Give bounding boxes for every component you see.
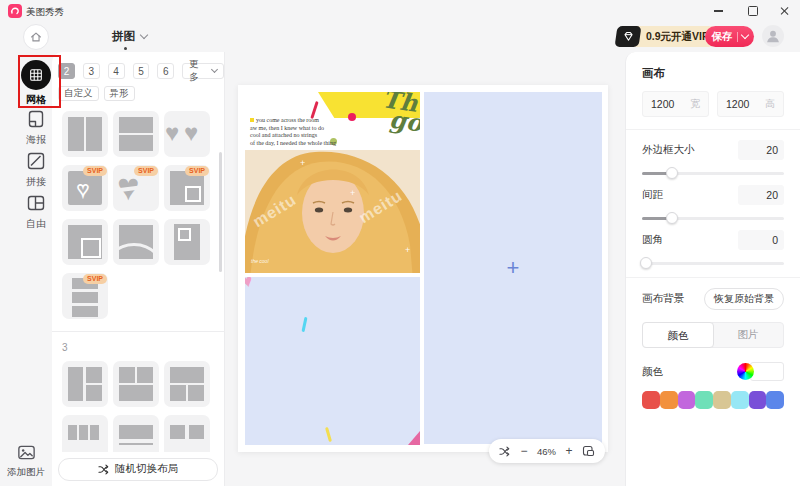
maximize-button[interactable] bbox=[740, 0, 766, 22]
thumb-shape bbox=[81, 238, 101, 258]
template-panel: 2 3 4 5 6 更多 自定义 异形 SVIPSVIPSVIPSVIP 3 随… bbox=[52, 52, 225, 486]
template-thumb-hearts2[interactable] bbox=[164, 111, 210, 157]
template-thumb-notch[interactable] bbox=[62, 219, 108, 265]
current-color-swatch[interactable] bbox=[750, 362, 784, 381]
template-subtabs: 自定义 异形 bbox=[58, 86, 135, 101]
slider-knob[interactable] bbox=[666, 167, 678, 179]
thumb-shape bbox=[165, 121, 179, 145]
canvas-width-input[interactable]: 1200宽 bbox=[642, 91, 709, 117]
color-swatch[interactable] bbox=[731, 391, 749, 409]
tab-count-6[interactable]: 6 bbox=[157, 63, 174, 79]
tab-count-2[interactable]: 2 bbox=[58, 63, 75, 79]
color-picker[interactable] bbox=[737, 362, 784, 381]
template-thumb-insettl[interactable] bbox=[164, 219, 210, 265]
add-photo-button[interactable]: 添加图片 bbox=[0, 442, 52, 479]
thumb-shape bbox=[188, 385, 204, 401]
template-thumb-top2b1[interactable] bbox=[113, 361, 159, 407]
thumb-shape bbox=[170, 367, 204, 383]
outer-border-label: 外边框大小 bbox=[642, 143, 695, 157]
sparkle-icon bbox=[350, 188, 355, 198]
mode-title-dropdown[interactable]: 拼图 bbox=[112, 29, 147, 44]
vip-upgrade-button[interactable]: 0.9元开通VIP bbox=[616, 26, 719, 47]
template-grid-3 bbox=[62, 361, 225, 452]
template-thumb-top1b2[interactable] bbox=[164, 361, 210, 407]
tab-color[interactable]: 颜色 bbox=[642, 322, 714, 348]
thumb-shape bbox=[119, 117, 153, 133]
empty-cell-right[interactable]: + bbox=[424, 92, 602, 444]
decor-script-text: Th go bbox=[379, 92, 420, 133]
tab-count-4[interactable]: 4 bbox=[108, 63, 125, 79]
thumb-shape bbox=[189, 425, 204, 439]
radius-value[interactable]: 0 bbox=[738, 230, 784, 250]
template-thumb-heartcut[interactable]: SVIP bbox=[62, 165, 108, 211]
template-thumb-heartwave[interactable]: SVIP bbox=[113, 165, 159, 211]
close-icon bbox=[780, 6, 790, 16]
thumb-shape bbox=[90, 425, 99, 440]
random-layout-button[interactable]: 随机切换布局 bbox=[58, 458, 218, 481]
fit-canvas-button[interactable] bbox=[582, 445, 595, 458]
user-avatar[interactable] bbox=[762, 25, 784, 47]
template-thumb-sqinset[interactable]: SVIP bbox=[164, 165, 210, 211]
slider-knob[interactable] bbox=[640, 257, 652, 269]
thumb-shape bbox=[137, 367, 153, 383]
more-label: 更多 bbox=[189, 58, 208, 84]
minimize-button[interactable] bbox=[705, 0, 731, 22]
collage-photo-cell[interactable]: Th go you come across the room aw me, th… bbox=[245, 92, 420, 273]
radius-slider[interactable] bbox=[642, 262, 784, 265]
template-thumb-wideline[interactable] bbox=[113, 415, 159, 452]
gap-slider[interactable] bbox=[642, 217, 784, 220]
canvas-bg-label: 画布背景 bbox=[642, 292, 684, 306]
tab-count-3[interactable]: 3 bbox=[83, 63, 100, 79]
canvas-settings-panel: 画布 1200宽 1200高 外边框大小 20 间距 20 圆角 bbox=[625, 52, 800, 486]
save-button[interactable]: 保存 bbox=[705, 26, 754, 47]
tab-count-5[interactable]: 5 bbox=[133, 63, 150, 79]
empty-cell-bottom[interactable] bbox=[245, 277, 420, 445]
color-swatch[interactable] bbox=[713, 391, 731, 409]
thumb-shape bbox=[68, 117, 84, 151]
thumb-shape bbox=[119, 367, 135, 383]
template-thumb-rows2[interactable] bbox=[113, 111, 159, 157]
photo-portrait[interactable]: meitu meitu the cool bbox=[245, 150, 420, 273]
random-layout-label: 随机切换布局 bbox=[115, 462, 178, 476]
template-thumb-cols2[interactable] bbox=[62, 111, 108, 157]
svip-badge: SVIP bbox=[83, 274, 107, 284]
add-photo-plus-icon: + bbox=[507, 257, 520, 279]
template-thumb-curve[interactable] bbox=[113, 219, 159, 265]
template-thumb-cols2sm[interactable] bbox=[164, 415, 210, 452]
more-dropdown[interactable]: 更多 bbox=[182, 63, 224, 79]
thumb-shape bbox=[170, 385, 186, 401]
color-swatch[interactable] bbox=[749, 391, 767, 409]
color-wheel-icon[interactable] bbox=[737, 363, 754, 380]
svip-badge: SVIP bbox=[134, 166, 158, 176]
template-thumb-cols3[interactable] bbox=[62, 415, 108, 452]
photo-caption: the cool bbox=[251, 258, 269, 264]
tab-image[interactable]: 图片 bbox=[713, 323, 783, 347]
slider-knob[interactable] bbox=[666, 212, 678, 224]
color-swatch[interactable] bbox=[660, 391, 678, 409]
thumb-shape bbox=[119, 385, 153, 401]
template-thumb-stacked3[interactable]: SVIP bbox=[62, 273, 108, 319]
irregular-tab[interactable]: 异形 bbox=[104, 86, 135, 101]
color-swatch[interactable] bbox=[678, 391, 696, 409]
thumb-shape bbox=[77, 179, 89, 200]
zoom-in-button[interactable]: + bbox=[565, 445, 572, 457]
zoom-out-button[interactable]: − bbox=[520, 445, 527, 457]
gap-value[interactable]: 20 bbox=[738, 185, 784, 205]
color-swatch[interactable] bbox=[695, 391, 713, 409]
thumb-shape bbox=[86, 367, 102, 383]
shuffle-icon bbox=[98, 464, 110, 475]
restore-bg-button[interactable]: 恢复原始背景 bbox=[704, 288, 784, 310]
color-swatch[interactable] bbox=[766, 391, 784, 409]
custom-tab[interactable]: 自定义 bbox=[58, 86, 99, 101]
color-swatch[interactable] bbox=[642, 391, 660, 409]
outer-border-slider[interactable] bbox=[642, 172, 784, 175]
template-thumb-lefttall[interactable] bbox=[62, 361, 108, 407]
scrollbar-thumb[interactable] bbox=[219, 152, 222, 272]
close-button[interactable] bbox=[772, 0, 798, 22]
shuffle-button[interactable] bbox=[499, 446, 511, 457]
outer-border-value[interactable]: 20 bbox=[738, 140, 784, 160]
thumb-shape bbox=[68, 425, 77, 440]
grid-icon bbox=[21, 60, 51, 90]
meitu-logo-icon bbox=[8, 4, 22, 18]
canvas-height-input[interactable]: 1200高 bbox=[717, 91, 784, 117]
